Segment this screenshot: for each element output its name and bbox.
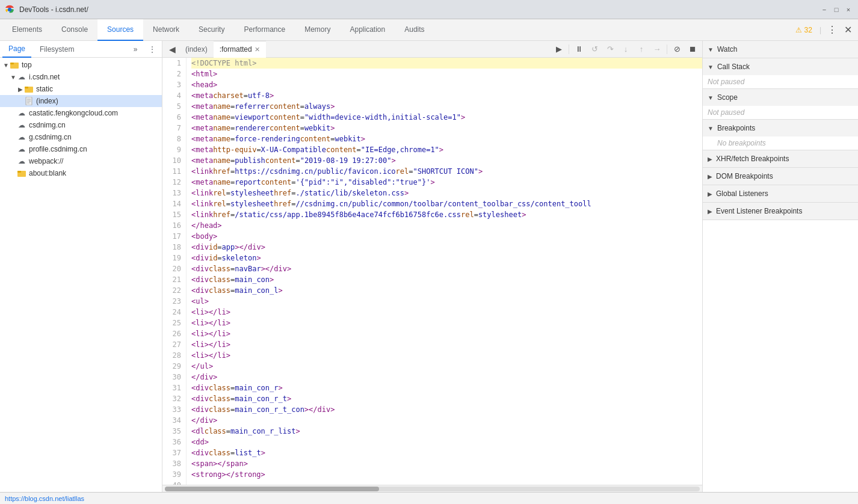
xhr-header[interactable]: ▶ XHR/fetch Breakpoints [703, 150, 858, 167]
step-out-button[interactable]: ↑ [634, 42, 649, 57]
cloud-icon: ☁ [17, 120, 26, 130]
left-panel-menu-button[interactable]: ⋮ [145, 42, 159, 57]
deactivate-button[interactable]: ⊘ [670, 42, 684, 57]
tab-memory[interactable]: Memory [295, 19, 340, 41]
tab-audits[interactable]: Audits [395, 19, 434, 41]
editor-tab-index[interactable]: (index) [179, 41, 214, 58]
event-header[interactable]: ▶ Event Listener Breakpoints [703, 203, 858, 220]
code-line: <meta name=force-rendering content=webki… [191, 134, 702, 144]
tab-page[interactable]: Page [2, 41, 31, 58]
breakpoints-header[interactable]: ▼ Breakpoints [703, 120, 858, 137]
more-tools-icon[interactable]: ⋮ [824, 24, 841, 35]
editor-tab-formatted[interactable]: :formatted ✕ [214, 41, 266, 58]
code-line: <div class=main_con_r_t> [191, 393, 702, 404]
tree-item-icsdn[interactable]: ▼ ☁ i.csdn.net [0, 71, 162, 83]
resume-button[interactable]: ↺ [587, 42, 602, 57]
line-numbers: 1234567891011121314151617181920212223242… [162, 58, 187, 485]
navigate-back-button[interactable]: ◀ [165, 42, 179, 57]
tree-item-about[interactable]: about:blank [0, 167, 162, 179]
tree-item-top[interactable]: ▼ top [0, 59, 162, 71]
line-number: 10 [162, 155, 186, 166]
watch-header[interactable]: ▼ Watch [703, 41, 858, 58]
line-number: 11 [162, 166, 186, 177]
tab-performance[interactable]: Performance [234, 19, 295, 41]
settings-icon[interactable]: ✕ [841, 24, 856, 35]
line-number: 20 [162, 263, 186, 274]
cloud-icon: ☁ [17, 156, 26, 166]
cloud-icon: ☁ [17, 108, 26, 118]
watch-section: ▼ Watch [703, 41, 858, 58]
line-number: 6 [162, 112, 186, 123]
code-line: <div class=main_con_r> [191, 383, 702, 393]
code-line: <meta charset=utf-8> [191, 90, 702, 101]
code-line: <meta name=referrer content=always> [191, 101, 702, 112]
step-over-button[interactable]: ↷ [603, 42, 617, 57]
breakpoints-body: No breakpoints [703, 137, 858, 150]
tab-elements[interactable]: Elements [2, 19, 52, 41]
line-number: 1 [162, 58, 186, 69]
code-content[interactable]: <!DOCTYPE html><html> <head> <meta chars… [187, 58, 702, 485]
minimize-button[interactable]: − [819, 5, 829, 14]
warning-badge[interactable]: ⚠ 32 [791, 26, 817, 34]
code-line: <div class=list_t> [191, 447, 702, 458]
line-number: 35 [162, 426, 186, 437]
devtools-body: Page Filesystem » ⋮ ▼ top ▼ ☁ i [0, 41, 858, 492]
line-number: 7 [162, 123, 186, 134]
code-line: <div class=main_con_l> [191, 285, 702, 296]
line-number: 39 [162, 469, 186, 480]
left-panel-more-button[interactable]: » [128, 42, 143, 57]
step-button[interactable]: → [650, 42, 664, 57]
tab-security[interactable]: Security [189, 19, 234, 41]
event-arrow: ▶ [708, 208, 712, 215]
tab-network[interactable]: Network [143, 19, 189, 41]
scope-body: Not paused [703, 106, 858, 119]
dom-header[interactable]: ▶ DOM Breakpoints [703, 168, 858, 185]
close-button[interactable]: × [844, 5, 853, 14]
tree-item-static[interactable]: ▶ static [0, 83, 162, 95]
code-line: <link href=/static/css/app.1be8945f8b6e4… [191, 209, 702, 220]
tree-item-profile[interactable]: ☁ profile.csdnimg.cn [0, 143, 162, 155]
warning-icon: ⚠ [795, 26, 802, 34]
tab-console[interactable]: Console [52, 19, 97, 41]
tree-label: profile.csdnimg.cn [29, 145, 87, 153]
tree-label: webpack:// [29, 157, 63, 165]
scrollbar-track[interactable] [165, 487, 700, 491]
code-line: <li></li> [191, 318, 702, 328]
callstack-label: Call Stack [717, 63, 750, 71]
step-into-button[interactable]: ↓ [619, 42, 633, 57]
tab-application[interactable]: Application [341, 19, 395, 41]
scrollbar-thumb[interactable] [165, 487, 379, 491]
code-line: <li></li> [191, 328, 702, 339]
tab-filesystem[interactable]: Filesystem [34, 41, 80, 58]
run-button[interactable]: ▶ [552, 42, 566, 57]
tree-item-index[interactable]: (index) [0, 95, 162, 107]
tree-label: static [36, 85, 53, 93]
code-line: <li></li> [191, 307, 702, 318]
close-tab-button[interactable]: ✕ [255, 46, 260, 54]
file-icon [24, 96, 34, 106]
tree-item-webpack[interactable]: ☁ webpack:// [0, 155, 162, 167]
line-number: 33 [162, 404, 186, 415]
scope-arrow: ▼ [708, 94, 714, 101]
status-url[interactable]: https://blog.csdn.net/liatllas [5, 495, 84, 502]
code-area: 1234567891011121314151617181920212223242… [162, 58, 702, 485]
event-section: ▶ Event Listener Breakpoints [703, 203, 858, 220]
svg-rect-11 [17, 171, 21, 173]
pause-button[interactable]: ⏸ [572, 42, 586, 57]
editor-tabs: ◀ (index) :formatted ✕ ▶ ⏸ ↺ ↷ ↓ ↑ [162, 41, 702, 58]
code-line: <strong></strong> [191, 469, 702, 480]
tree-item-csdnimg[interactable]: ☁ csdnimg.cn [0, 119, 162, 131]
xhr-arrow: ▶ [708, 156, 712, 162]
tab-sources[interactable]: Sources [97, 19, 143, 41]
folder-icon [17, 168, 26, 178]
horizontal-scrollbar[interactable] [162, 485, 702, 492]
line-number: 17 [162, 231, 186, 242]
tree-item-gcsdnimg[interactable]: ☁ g.csdnimg.cn [0, 131, 162, 143]
global-header[interactable]: ▶ Global Listeners [703, 185, 858, 202]
exceptions-button[interactable]: ⏹ [685, 42, 700, 57]
callstack-header[interactable]: ▼ Call Stack [703, 58, 858, 75]
tree-item-castatic[interactable]: ☁ castatic.fengkongcloud.com [0, 107, 162, 119]
scope-header[interactable]: ▼ Scope [703, 89, 858, 106]
maximize-button[interactable]: □ [832, 5, 841, 14]
tree-label: castatic.fengkongcloud.com [29, 109, 118, 117]
